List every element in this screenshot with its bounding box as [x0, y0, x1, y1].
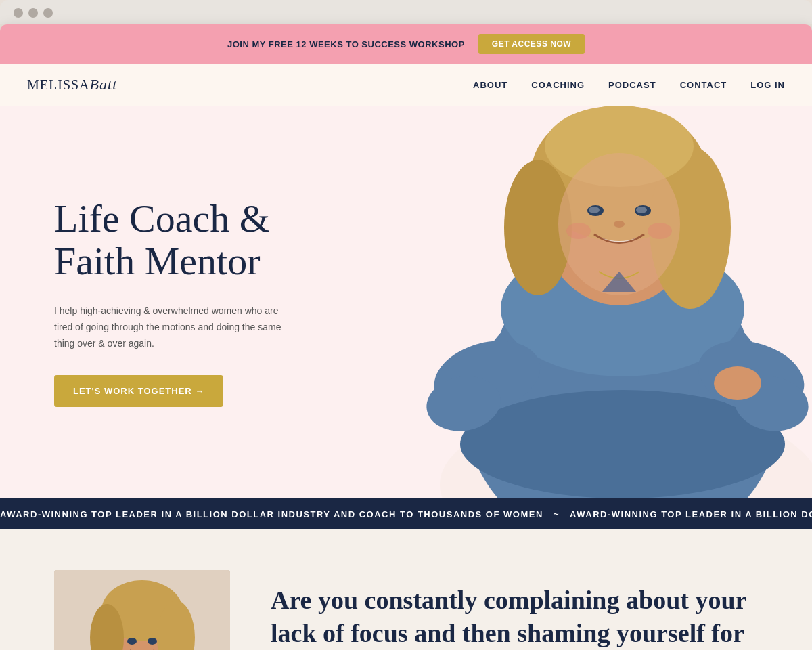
nav-link-login[interactable]: LOG IN: [750, 80, 785, 90]
section-person-svg: [54, 570, 230, 650]
svg-point-18: [589, 207, 600, 213]
svg-point-32: [148, 638, 157, 645]
hero-description: I help high-achieving & overwhelmed wome…: [54, 303, 291, 351]
dot-green: [43, 8, 53, 18]
svg-point-20: [566, 223, 591, 239]
svg-point-19: [636, 207, 647, 213]
logo-script-text: Batt: [90, 76, 118, 93]
svg-point-23: [714, 366, 761, 400]
hero-section: Life Coach & Faith Mentor I help high-ac…: [0, 106, 812, 498]
svg-point-31: [127, 638, 137, 645]
section-below: Are you constantly complaining about you…: [0, 529, 812, 650]
nav-link-podcast[interactable]: PODCAST: [608, 80, 656, 90]
nav-links: ABOUT COACHING PODCAST CONTACT LOG IN: [473, 79, 785, 91]
nav-item-contact[interactable]: CONTACT: [680, 79, 727, 91]
nav-link-coaching[interactable]: COACHING: [531, 80, 585, 90]
nav-item-podcast[interactable]: PODCAST: [608, 79, 656, 91]
hero-image: [406, 106, 812, 498]
svg-point-22: [614, 221, 625, 228]
marquee-text: AWARD-WINNING TOP LEADER IN A BILLION DO…: [0, 509, 812, 519]
section-image: [54, 570, 230, 650]
navbar: MELISSABatt ABOUT COACHING PODCAST CONTA…: [0, 64, 812, 106]
nav-item-coaching[interactable]: COACHING: [531, 79, 585, 91]
hero-cta-button[interactable]: LET'S WORK TOGETHER →: [54, 375, 223, 407]
dot-yellow: [28, 8, 38, 18]
logo-main-text: MELISSA: [27, 77, 90, 92]
dot-red: [14, 8, 23, 18]
nav-item-login[interactable]: LOG IN: [750, 79, 785, 91]
banner-cta-button[interactable]: GET ACCESS NOW: [478, 34, 585, 54]
marquee-banner: AWARD-WINNING TOP LEADER IN A BILLION DO…: [0, 498, 812, 529]
banner-text: JOIN MY FREE 12 WEEKS TO SUCCESS WORKSHO…: [227, 39, 465, 49]
section-question: Are you constantly complaining about you…: [271, 584, 758, 650]
top-banner: JOIN MY FREE 12 WEEKS TO SUCCESS WORKSHO…: [0, 24, 812, 64]
hero-title-line2: Faith Mentor: [54, 239, 260, 283]
nav-link-contact[interactable]: CONTACT: [680, 80, 727, 90]
hero-title: Life Coach & Faith Mentor: [54, 197, 291, 284]
svg-point-21: [648, 223, 672, 239]
browser-chrome: [0, 0, 812, 24]
website-container: JOIN MY FREE 12 WEEKS TO SUCCESS WORKSHO…: [0, 24, 812, 650]
nav-link-about[interactable]: ABOUT: [473, 80, 508, 90]
nav-item-about[interactable]: ABOUT: [473, 79, 508, 91]
hero-title-line1: Life Coach &: [54, 196, 270, 240]
hero-person-svg: [420, 106, 812, 498]
logo: MELISSABatt: [27, 76, 117, 93]
hero-content: Life Coach & Faith Mentor I help high-ac…: [0, 156, 332, 448]
browser-dots: [14, 8, 798, 24]
section-text: Are you constantly complaining about you…: [271, 570, 758, 650]
